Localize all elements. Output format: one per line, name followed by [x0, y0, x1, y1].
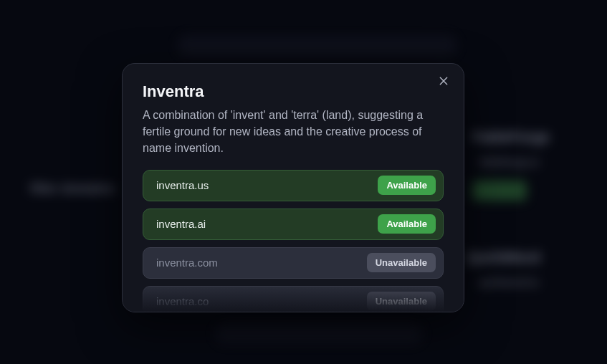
status-badge: Unavailable — [367, 253, 436, 272]
domain-name: inventra.co — [156, 295, 209, 307]
bg-bottom-pill — [215, 324, 423, 344]
bg-search-pill — [178, 34, 457, 56]
status-badge: Unavailable — [367, 292, 436, 311]
domain-row[interactable]: inventra.co Unavailable — [143, 286, 444, 312]
domain-name: inventra.us — [156, 179, 209, 191]
close-icon — [438, 75, 449, 90]
bg-card2-sub: quirkword.io — [479, 277, 539, 288]
status-badge: Available — [378, 176, 436, 195]
modal-description: A combination of 'invent' and 'terra' (l… — [143, 107, 444, 157]
modal-title: Inventra — [143, 82, 444, 101]
bg-card1-sub: fableforge.ai — [479, 156, 539, 168]
domain-name: inventra.com — [156, 257, 218, 269]
domain-name: inventra.ai — [156, 218, 206, 230]
close-button[interactable] — [435, 74, 452, 91]
bg-card1-badge — [472, 181, 527, 201]
bg-card2-title: QuirkWord — [467, 249, 540, 266]
bg-card1-title: FableForge — [472, 129, 550, 145]
domain-row[interactable]: inventra.us Available — [143, 170, 444, 201]
domain-modal: Inventra A combination of 'invent' and '… — [122, 63, 464, 312]
domain-row[interactable]: inventra.ai Available — [143, 209, 444, 240]
domain-list: inventra.us Available inventra.ai Availa… — [143, 170, 444, 312]
status-badge: Available — [378, 214, 436, 234]
bg-sidebar-label: filter domains — [30, 181, 115, 196]
domain-row[interactable]: inventra.com Unavailable — [143, 247, 444, 279]
